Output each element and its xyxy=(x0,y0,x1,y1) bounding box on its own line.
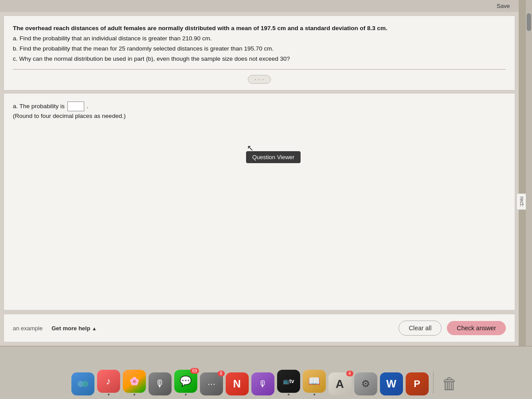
dock-item-settings[interactable]: ⚙ xyxy=(354,372,377,395)
dock-divider xyxy=(433,372,434,394)
dock-dot-music xyxy=(108,394,110,395)
save-button[interactable]: Save xyxy=(493,2,513,10)
scrollbar[interactable] xyxy=(526,0,532,346)
answer-area: a. The probability is . (Round to four d… xyxy=(4,93,515,310)
trash-icon: 🗑 xyxy=(438,372,461,395)
tv-icon: 📺tv xyxy=(277,370,300,393)
dock-item-tv[interactable]: 📺tv xyxy=(277,370,300,395)
answer-text: a. The probability is . (Round to four d… xyxy=(13,102,506,121)
dock-item-finder[interactable] xyxy=(71,372,94,395)
check-answer-button[interactable]: Check answer xyxy=(447,321,506,335)
dock-dot-photos xyxy=(133,394,135,395)
photos-icon: 🌸 xyxy=(123,370,146,393)
answer-period: . xyxy=(86,103,88,110)
dock-item-books[interactable]: 📖 xyxy=(303,370,326,395)
dock-item-noscript[interactable]: N xyxy=(226,372,249,395)
music-icon: ♪ xyxy=(97,370,120,393)
action-bar-right: Clear all Check answer xyxy=(399,321,506,336)
get-more-help-button[interactable]: Get more help ▲ xyxy=(51,325,97,332)
messages-badge: 69 xyxy=(190,368,199,374)
question-viewer-tooltip: Question Viewer xyxy=(246,151,301,163)
voice-icon: 🎙 xyxy=(149,372,172,395)
dock-dot-tv xyxy=(288,394,289,395)
powerpoint-icon: P xyxy=(406,372,429,395)
answer-part-a-label: a. The probability is xyxy=(13,103,65,110)
dock-item-powerpoint[interactable]: P xyxy=(406,372,429,395)
noscript-icon: N xyxy=(226,372,249,395)
question-part-c: c. Why can the normal distribution be us… xyxy=(13,55,506,64)
question-divider xyxy=(13,69,506,70)
tooltip-container: ↖ Question Viewer xyxy=(246,151,301,163)
font-badge: 4 xyxy=(346,371,353,376)
answer-part-a-input[interactable] xyxy=(67,102,84,111)
main-content-area: Save ← The overhead reach distances of a… xyxy=(0,0,519,346)
answer-part-a-note: (Round to four decimal places as needed.… xyxy=(13,113,125,119)
question-intro: The overhead reach distances of adult fe… xyxy=(13,25,387,31)
dock-item-word[interactable]: W xyxy=(380,372,403,395)
question-part-a: a. Find the probability that an individu… xyxy=(13,34,506,43)
question-text: The overhead reach distances of adult fe… xyxy=(13,24,506,64)
example-link[interactable]: an example xyxy=(13,325,43,332)
dock-dot-messages xyxy=(185,394,187,395)
scrollbar-thumb xyxy=(527,13,531,31)
dock-dot-books xyxy=(313,394,315,395)
get-more-help-arrow-icon: ▲ xyxy=(92,326,97,331)
finder-icon xyxy=(71,372,94,395)
action-bar-left: an example Get more help ▲ xyxy=(13,325,97,332)
dock-item-font[interactable]: A 4 xyxy=(329,372,352,395)
tooltip-label: Question Viewer xyxy=(252,154,294,160)
more-options-button[interactable]: · · · xyxy=(248,75,271,84)
back-arrow-icon[interactable]: ← xyxy=(0,24,1,33)
books-icon: 📖 xyxy=(303,370,326,393)
question-part-b: b. Find the probability that the mean fo… xyxy=(13,44,506,54)
clear-all-button[interactable]: Clear all xyxy=(399,321,442,336)
dock-item-podcasts[interactable]: 🎙 xyxy=(251,372,274,395)
dock-item-voice[interactable]: 🎙 xyxy=(149,372,172,395)
podcasts-icon: 🎙 xyxy=(251,372,274,395)
dock-item-messages[interactable]: 💬 69 xyxy=(174,370,197,395)
dock-item-photos[interactable]: 🌸 xyxy=(123,370,146,395)
action-bar: an example Get more help ▲ Clear all Che… xyxy=(4,314,515,342)
dock-item-misc1[interactable]: ⋯ 8 xyxy=(200,372,223,395)
settings-icon: ⚙ xyxy=(354,372,377,395)
misc1-badge: 8 xyxy=(218,371,225,376)
question-panel: ← The overhead reach distances of adult … xyxy=(4,16,515,90)
top-bar: Save xyxy=(0,0,519,12)
more-options-bar: · · · xyxy=(13,75,506,84)
dock: ♪ 🌸 🎙 💬 69 ⋯ 8 N 🎙 📺tv 📖 A 4 xyxy=(0,347,532,399)
word-icon: W xyxy=(380,372,403,395)
svg-point-2 xyxy=(82,381,88,387)
dock-item-trash[interactable]: 🗑 xyxy=(438,372,461,395)
dock-item-music[interactable]: ♪ xyxy=(97,370,120,395)
